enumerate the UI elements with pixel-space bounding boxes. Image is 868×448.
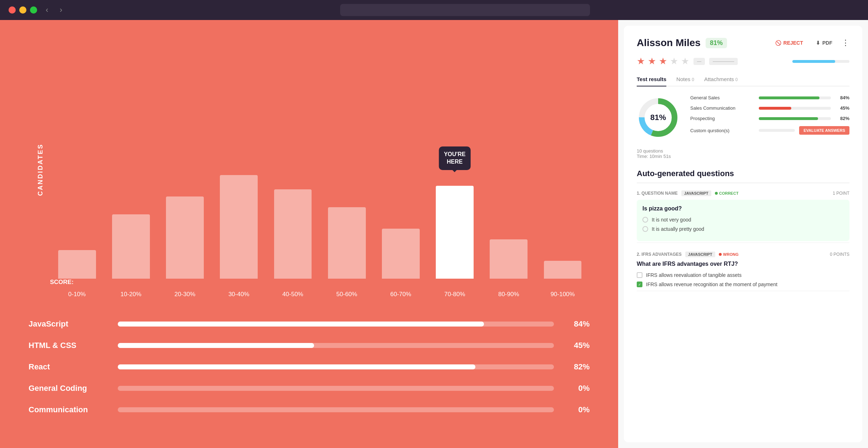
star-2[interactable]: ★ [659,56,667,67]
metric-bar-bg-1 [759,107,831,110]
reject-button[interactable]: 🚫 REJECT [772,38,807,48]
test-questions: 10 questions [637,148,849,154]
bar-2 [166,196,204,279]
answer-text-0-0: It is not very good [652,217,691,223]
main-content: CANDIDATES YOU'REHERE SCORE: 0-10%10-20%… [0,20,868,448]
bar-chart: CANDIDATES YOU'REHERE SCORE: 0-10%10-20%… [29,41,590,298]
skill-row-4: Communication0% [29,405,590,414]
download-icon: ⬇ [816,40,820,46]
y-axis-label: CANDIDATES [37,144,44,196]
x-labels: 0-10%10-20%20-30%30-40%40-50%50-60%60-70… [29,291,590,298]
skill-name-2: React [29,362,107,372]
right-inner: Alisson Miles 81% 🚫 REJECT ⬇ PDF ⋮ [624,26,862,442]
question-bg-0: Is pizza good?It is not very goodIt is a… [637,200,849,241]
skill-row-1: HTML & CSS45% [29,341,590,350]
tag-pill-1: — [693,58,705,65]
donut-chart: 81% [637,96,680,139]
address-bar[interactable] [340,4,590,16]
skill-name-3: General Coding [29,384,107,393]
question-text-0: Is pizza good? [642,205,844,212]
metric-bar-fill-1 [759,107,791,110]
skill-row-2: React82% [29,362,590,372]
section-divider [637,183,849,183]
top-progress-bar [792,60,849,63]
x-label-8: 80-90% [482,291,536,298]
skill-bar-fill-0 [118,322,484,327]
questions-list: 1. QUESTION NAMEJAVASCRIPTCORRECT1 POINT… [637,190,849,291]
bar-8 [490,239,528,279]
top-progress-fill [792,60,835,63]
bar-col-7: YOU'REHERE [428,186,481,279]
tag-pill-2: ————— [709,58,738,65]
radio-circle [642,226,648,232]
question-bg-1: What are IFRS advantages over RTJ?IFRS a… [637,261,849,287]
metric-row-1: Sales Communication45% [690,105,849,111]
minimize-button[interactable] [19,6,26,14]
metric-bar-fill-0 [759,96,819,99]
close-button[interactable] [9,6,16,14]
x-label-9: 90-100% [536,291,590,298]
tab-badge-1: 0 [692,77,694,82]
you-here-bubble: YOU'REHERE [439,146,471,170]
question-tag-1: JAVASCRIPT [685,252,715,257]
progress-row: ★★★★★ — ————— [637,56,849,67]
checkbox-1[interactable]: ✓ [637,282,642,287]
skills-section: JavaScript84%HTML & CSS45%React82%Genera… [29,319,590,427]
bars-container: YOU'REHERE [29,41,590,279]
tab-2[interactable]: Attachments0 [704,73,738,86]
skill-bar-fill-2 [118,364,475,369]
x-label-3: 30-40% [212,291,266,298]
metric-pct-1: 45% [835,105,849,111]
star-3[interactable]: ★ [670,56,678,67]
more-button[interactable]: ⋮ [842,38,849,48]
skill-bar-bg-1 [118,343,554,348]
bar-3 [220,175,258,279]
x-label-5: 50-60% [320,291,374,298]
question-item-0: 1. QUESTION NAMEJAVASCRIPTCORRECT1 POINT… [637,190,849,243]
metric-row-2: Prospecting82% [690,116,849,121]
metric-bar-bg-2 [759,117,831,120]
answer-0-1[interactable]: It is actually pretty good [642,226,844,232]
forward-button[interactable]: › [57,4,65,16]
bar-col-4 [266,189,320,279]
star-0[interactable]: ★ [637,56,645,67]
radio-circle [642,217,648,223]
answer-1-1[interactable]: ✓IFRS allows revenue recognition at the … [637,282,849,287]
metric-name-3: Custom qurstion(s) [690,128,755,133]
skill-pct-3: 0% [565,384,590,393]
bar-5 [328,207,366,279]
skill-bar-bg-4 [118,407,554,412]
x-label-4: 40-50% [266,291,320,298]
back-button[interactable]: ‹ [43,4,51,16]
bar-0 [58,250,96,279]
metric-name-1: Sales Communication [690,105,755,111]
metric-bar-bg-0 [759,96,831,99]
tab-1[interactable]: Notes0 [676,73,694,86]
metric-name-2: Prospecting [690,116,755,121]
star-4[interactable]: ★ [681,56,689,67]
reject-icon: 🚫 [775,40,781,46]
metric-pct-0: 84% [835,95,849,100]
star-1[interactable]: ★ [648,56,656,67]
reject-label: REJECT [783,40,803,46]
skill-pct-0: 84% [565,319,590,329]
score-label: SCORE: [29,279,590,286]
tab-0[interactable]: Test results [637,73,666,86]
metrics-list: General Sales84%Sales Communication45%Pr… [690,95,849,140]
answer-1-0[interactable]: IFRS allows reevaluation of tangible ass… [637,272,849,278]
metric-bar-fill-2 [759,117,818,120]
pdf-label: PDF [822,40,832,46]
question-divider-0 [637,243,849,243]
you-here-marker: YOU'REHERE [439,146,471,170]
evaluate-button[interactable]: EVALUATE ANSWERS [799,126,849,135]
x-label-6: 60-70% [374,291,428,298]
bar-col-0 [50,250,104,279]
checkbox-0[interactable] [637,272,642,278]
maximize-button[interactable] [30,6,37,14]
pdf-button[interactable]: ⬇ PDF [812,38,836,48]
bar-col-6 [374,229,428,279]
answer-0-0[interactable]: It is not very good [642,217,844,223]
skill-row-3: General Coding0% [29,384,590,393]
candidate-name-row: Alisson Miles 81% [637,37,727,49]
x-label-2: 20-30% [158,291,212,298]
